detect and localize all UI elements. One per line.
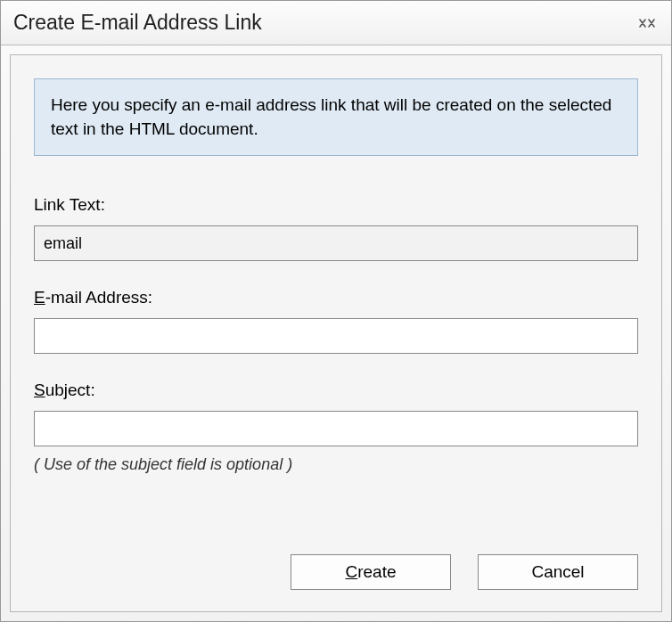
subject-hint: ( Use of the subject field is optional ) [34,455,638,474]
subject-block: Subject: ( Use of the subject field is o… [34,381,638,474]
info-box: Here you specify an e-mail address link … [34,78,638,156]
link-text-label: Link Text: [34,195,638,215]
info-text: Here you specify an e-mail address link … [51,95,611,138]
spacer [34,479,638,545]
dialog: Create E-mail Address Link Here you spec… [0,0,672,622]
subject-input[interactable] [34,411,638,446]
cancel-button[interactable]: Cancel [478,554,638,590]
inner-panel: Here you specify an e-mail address link … [10,54,662,612]
close-button[interactable] [635,15,659,31]
email-input[interactable] [34,318,638,354]
close-icon [638,18,656,29]
button-row: Create Cancel [34,545,638,593]
email-label: E-mail Address: [34,288,638,307]
link-text-input[interactable] [34,225,638,261]
content-area: Here you specify an e-mail address link … [1,45,671,621]
create-button[interactable]: Create [291,554,451,590]
dialog-title: Create E-mail Address Link [13,11,262,35]
titlebar: Create E-mail Address Link [1,1,671,45]
subject-label: Subject: [34,381,638,400]
link-text-block: Link Text: [34,195,638,261]
email-block: E-mail Address: [34,288,638,354]
